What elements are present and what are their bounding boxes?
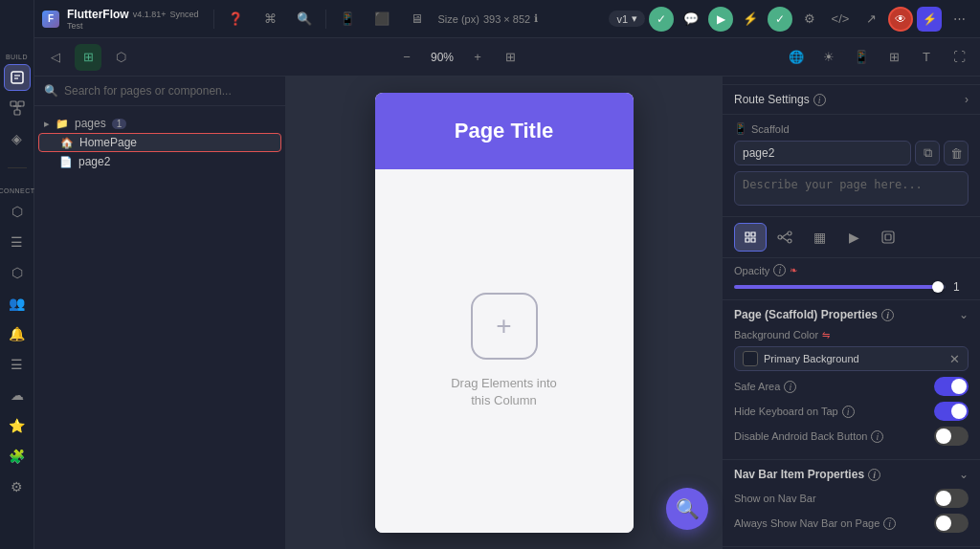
fullscreen-button[interactable]: ⛶ xyxy=(946,44,972,71)
sun-button[interactable]: ☀ xyxy=(815,44,842,71)
safe-area-row: Safe Area i xyxy=(734,377,969,396)
publish-button[interactable]: ✓ xyxy=(649,7,674,32)
project-name: Test xyxy=(67,21,198,31)
grid-button[interactable]: ⊞ xyxy=(880,44,907,71)
tablet-view-button[interactable]: ⬛ xyxy=(368,6,395,33)
route-info-icon[interactable]: i xyxy=(813,94,826,106)
build-label: Build xyxy=(6,54,28,60)
always-show-nav-bar-toggle[interactable] xyxy=(934,514,969,533)
globe-button[interactable]: 🌐 xyxy=(783,44,810,71)
svg-rect-4 xyxy=(18,101,24,106)
props-collapse-button[interactable]: ⌄ xyxy=(959,308,969,321)
menu-dots[interactable]: ⋯ xyxy=(946,6,972,33)
tab-properties[interactable] xyxy=(734,223,767,252)
nav-bar-header: Nav Bar Item Properties i ⌄ xyxy=(734,468,969,481)
scaffold-name-input[interactable] xyxy=(734,141,911,165)
cloud-button[interactable]: ☁ xyxy=(4,382,31,408)
disable-android-row: Disable Android Back Button i xyxy=(734,427,969,446)
always-show-info-icon[interactable]: i xyxy=(883,517,896,530)
users-button[interactable]: 👥 xyxy=(4,290,31,317)
bg-color-row: Background Color ⇋ xyxy=(734,329,969,340)
share-button[interactable]: ↗ xyxy=(858,6,884,33)
show-nav-bar-toggle[interactable] xyxy=(934,489,969,508)
right-panel: Page Parameters i + Route Settings i › 📱… xyxy=(722,38,980,549)
nav-bar-title: Nav Bar Item Properties i xyxy=(734,468,880,481)
safe-area-toggle[interactable] xyxy=(934,377,969,396)
opacity-info-icon[interactable]: i xyxy=(773,264,786,276)
disable-android-toggle[interactable] xyxy=(934,427,969,446)
puzzle-button[interactable]: 🧩 xyxy=(4,443,31,470)
lightning-button[interactable]: ⚡ xyxy=(917,7,942,32)
fit-screen-button[interactable]: ⊞ xyxy=(497,44,523,71)
color-chip[interactable]: Primary Background ✕ xyxy=(734,346,969,371)
route-settings-row[interactable]: Route Settings i › xyxy=(723,85,980,115)
opacity-slider[interactable] xyxy=(734,285,946,289)
add-element-button[interactable]: + xyxy=(471,293,538,360)
tab-data[interactable]: ▦ xyxy=(803,223,835,252)
mobile-button[interactable]: 📱 xyxy=(848,44,875,71)
help-button[interactable]: ❓ xyxy=(222,6,249,33)
version-selector[interactable]: v1▾ xyxy=(609,11,645,27)
color-chip-remove-button[interactable]: ✕ xyxy=(949,352,960,366)
user-avatar[interactable]: 👁 xyxy=(888,7,913,32)
text-button[interactable]: T xyxy=(913,44,940,71)
branch-button[interactable]: ⚙ xyxy=(796,6,823,33)
search-input[interactable] xyxy=(64,84,276,98)
pages-folder[interactable]: ▸ 📁 pages 1 xyxy=(34,114,285,133)
scaffold-properties-section: Page (Scaffold) Properties i ⌄ Backgroun… xyxy=(723,300,980,460)
scaffold-delete-button[interactable]: 🗑 xyxy=(944,141,969,165)
starred-button[interactable]: ⭐ xyxy=(4,412,31,439)
sync-button[interactable]: ⚡ xyxy=(737,6,764,33)
code-button[interactable]: </> xyxy=(827,6,854,33)
safe-area-knob xyxy=(951,379,967,394)
tab-preview[interactable] xyxy=(872,223,904,252)
storage-button[interactable]: ⬡ xyxy=(4,259,31,286)
page-description-input[interactable] xyxy=(734,171,969,206)
nav-bar-collapse-button[interactable]: ⌄ xyxy=(959,468,969,481)
database-button[interactable]: ☰ xyxy=(4,229,31,255)
api-button[interactable]: ⬡ xyxy=(4,198,31,225)
svg-rect-13 xyxy=(882,231,894,243)
hide-keyboard-toggle[interactable] xyxy=(934,402,969,421)
homepage-label: HomePage xyxy=(79,136,137,149)
scaffold-copy-button[interactable]: ⧉ xyxy=(915,141,940,165)
zoom-out-button[interactable]: − xyxy=(393,44,420,71)
sync-status: Synced xyxy=(169,10,198,19)
opacity-label: Opacity i ❧ xyxy=(734,264,969,276)
desktop-view-button[interactable]: 🖥 xyxy=(403,6,430,33)
hide-keyboard-info-icon[interactable]: i xyxy=(842,406,855,418)
notifications-button[interactable]: 🔔 xyxy=(4,320,31,347)
list-button[interactable]: ☰ xyxy=(4,351,31,378)
tab-play[interactable]: ▶ xyxy=(837,223,870,252)
pages-button[interactable] xyxy=(4,64,31,91)
widget-mode-button[interactable]: ⊞ xyxy=(75,44,101,71)
hide-keyboard-knob xyxy=(951,404,967,419)
run-button[interactable]: ▶ xyxy=(708,7,733,32)
phone-view-button[interactable]: 📱 xyxy=(334,6,361,33)
collapse-left-button[interactable]: ◁ xyxy=(42,44,69,71)
chat-button[interactable]: 💬 xyxy=(678,6,704,33)
homepage-item[interactable]: 🏠 HomePage xyxy=(38,133,281,152)
always-show-nav-bar-row: Always Show Nav Bar on Page i xyxy=(734,514,969,533)
check-button[interactable]: ✓ xyxy=(768,7,792,32)
brand-name: FlutterFlow xyxy=(67,8,129,21)
svg-rect-0 xyxy=(11,72,23,83)
slider-thumb xyxy=(932,281,944,293)
page2-item[interactable]: 📄 page2 xyxy=(34,152,285,171)
search-top-button[interactable]: 🔍 xyxy=(291,6,318,33)
command-button[interactable]: ⌘ xyxy=(256,6,283,33)
safe-area-info-icon[interactable]: i xyxy=(784,381,796,393)
nav-bar-info-icon[interactable]: i xyxy=(868,469,880,481)
main-content: ◁ ⊞ ⬡ − 90% + ⊞ 🌐 ☀ 📱 ⊞ T ⛶ 🔍 ▸ 📁 pages … xyxy=(34,38,980,549)
disable-android-info-icon[interactable]: i xyxy=(871,430,883,443)
tab-connections[interactable] xyxy=(768,223,801,252)
search-icon: 🔍 xyxy=(44,84,58,98)
zoom-in-button[interactable]: + xyxy=(464,44,491,71)
layout-button[interactable]: ⬡ xyxy=(107,44,134,71)
widget-tree-button[interactable] xyxy=(4,95,31,121)
search-bar: 🔍 xyxy=(34,77,285,106)
settings-left-button[interactable]: ⚙ xyxy=(4,473,31,500)
props-info-icon[interactable]: i xyxy=(881,309,894,321)
components-button[interactable]: ◈ xyxy=(4,125,31,152)
search-fab[interactable]: 🔍 xyxy=(666,488,708,530)
